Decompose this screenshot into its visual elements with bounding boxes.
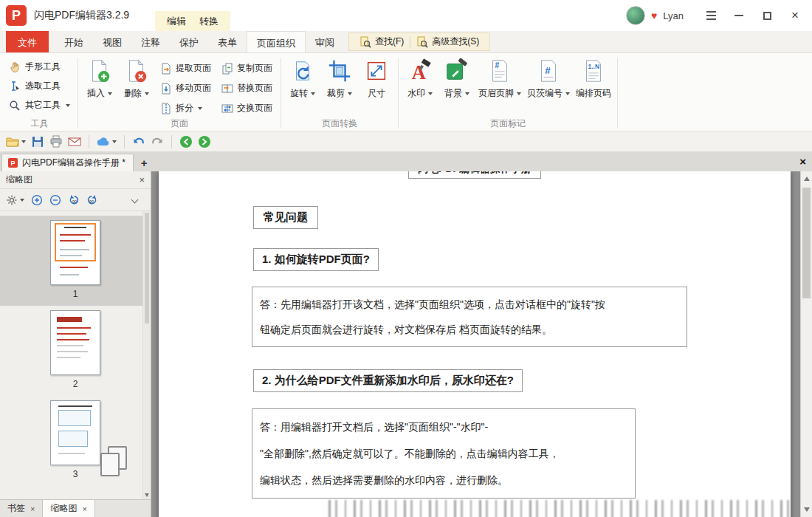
replace-pages-button[interactable]: 替换页面	[221, 82, 272, 95]
size-button[interactable]: 尺寸	[358, 55, 395, 100]
save-button[interactable]	[31, 135, 44, 148]
exchange-pages-button[interactable]: 交换页面	[221, 102, 272, 114]
undo-button[interactable]	[132, 135, 145, 148]
other-tools-button[interactable]: 其它工具	[9, 99, 70, 112]
page-size-icon	[364, 58, 389, 83]
tab-form[interactable]: 表单	[208, 31, 247, 52]
maximize-button[interactable]	[756, 6, 778, 25]
print-button[interactable]	[49, 135, 63, 148]
tab-home[interactable]: 开始	[55, 31, 93, 52]
extract-pages-button[interactable]: 提取页面	[160, 62, 211, 75]
menu-convert[interactable]: 转换	[195, 13, 223, 30]
thumbnail-row-1[interactable]: 1	[0, 216, 151, 306]
page-number: 1	[73, 289, 78, 299]
quick-access-toolbar	[0, 131, 812, 152]
thumbnail-row-2[interactable]: 2	[0, 306, 151, 396]
header-footer-button[interactable]: # 页眉页脚	[475, 55, 524, 100]
zoom-out-icon[interactable]	[49, 194, 61, 206]
bookmarks-tab[interactable]: 书签 ×	[0, 500, 43, 517]
page-number: 2	[73, 379, 78, 389]
split-button[interactable]: 拆分	[160, 102, 211, 114]
page-numbering-button[interactable]: 1..N 编排页码	[573, 55, 614, 100]
tab-review[interactable]: 审阅	[306, 31, 344, 52]
new-tab-button[interactable]: +	[137, 155, 151, 170]
crop-button[interactable]: 裁剪	[321, 55, 358, 100]
document-tab[interactable]: P 闪电PDF编辑器操作手册 *	[1, 154, 134, 171]
screen-artifact	[328, 500, 790, 517]
zoom-in-icon[interactable]	[31, 194, 43, 206]
ribbon: 手形工具 选取工具 其它工具 工具	[0, 53, 812, 131]
scroll-down-arrow-icon[interactable]	[145, 493, 149, 497]
app-logo-icon: P	[6, 5, 27, 26]
main-area: 缩略图 × 90 90	[0, 171, 812, 517]
user-avatar[interactable]	[626, 6, 645, 25]
back-button[interactable]	[179, 135, 193, 148]
page-number: 3	[73, 469, 78, 479]
cloud-button[interactable]	[97, 135, 117, 148]
scrollbar-thumb[interactable]	[802, 188, 811, 298]
rotate-right-90-icon[interactable]: 90	[86, 194, 98, 206]
titlebar: P 闪电PDF编辑器3.2.9 编辑 转换 ♥ Lyan ×	[0, 0, 812, 31]
open-file-button[interactable]	[6, 135, 26, 148]
select-tool-button[interactable]: 选取工具	[9, 80, 70, 92]
document-area[interactable]: 闪电PDF编辑器操作手册 常见问题 1. 如何旋转PDF页面? 答：先用编辑器打…	[151, 171, 812, 517]
vertical-scrollbar[interactable]	[800, 171, 812, 517]
close-icon[interactable]: ×	[82, 504, 86, 513]
close-icon[interactable]: ×	[30, 504, 35, 513]
user-name[interactable]: Lyan	[663, 10, 684, 21]
tab-comment[interactable]: 注释	[131, 31, 170, 52]
close-panel-button[interactable]: ×	[139, 174, 145, 185]
copy-pages-button[interactable]: 复制页面	[221, 62, 272, 75]
close-window-button[interactable]: ×	[784, 6, 806, 25]
advanced-find-button[interactable]: 高级查找(S)	[412, 34, 484, 49]
bates-number-button[interactable]: # 贝茨编号	[524, 55, 573, 100]
divider	[410, 36, 410, 48]
find-button[interactable]: 查找(F)	[355, 34, 408, 49]
window-menu-button[interactable]	[700, 6, 722, 25]
open-folder-icon	[6, 135, 19, 148]
rotate-left-90-icon[interactable]: 90	[68, 194, 80, 206]
thumbnail-toolbar: 90 90	[0, 189, 151, 211]
sidebar-scrollbar[interactable]	[142, 211, 151, 499]
watermark-button[interactable]: A 水印	[402, 55, 438, 100]
background-label: 背景	[444, 87, 462, 100]
email-icon	[68, 135, 81, 148]
scroll-up-arrow-icon[interactable]	[804, 177, 810, 181]
magnifier-icon	[9, 100, 21, 112]
transform-group-label: 页面转换	[322, 116, 357, 131]
pages-group-label: 页面	[171, 116, 188, 131]
document-tab-bar: P 闪电PDF编辑器操作手册 * + ×	[0, 152, 812, 171]
page-numbering-icon: 1..N	[581, 58, 606, 83]
thumbnail-options-button[interactable]	[6, 194, 24, 206]
pdf-file-icon: P	[8, 158, 18, 168]
bates-number-label: 贝茨编号	[527, 87, 562, 100]
collapse-toolbar-chevron-icon[interactable]	[131, 196, 139, 204]
tab-file[interactable]: 文件	[6, 31, 49, 52]
svg-text:90: 90	[72, 199, 77, 203]
background-button[interactable]: 背景	[438, 55, 475, 100]
hand-tool-button[interactable]: 手形工具	[9, 61, 70, 73]
tab-protect[interactable]: 保护	[170, 31, 208, 52]
chevron-down-icon	[108, 92, 112, 95]
rotate-button[interactable]: 旋转	[284, 55, 321, 100]
forward-button[interactable]	[198, 135, 211, 148]
menu-edit[interactable]: 编辑	[162, 13, 190, 30]
tab-page-organize[interactable]: 页面组织	[247, 31, 306, 52]
scrollbar-thumb[interactable]	[145, 213, 149, 323]
delete-pages-button[interactable]: 删除	[118, 55, 155, 100]
move-pages-button[interactable]: 移动页面	[160, 82, 211, 95]
redo-button[interactable]	[151, 135, 164, 148]
minimize-button[interactable]	[728, 6, 750, 25]
close-document-button[interactable]: ×	[799, 155, 806, 168]
chevron-down-icon	[198, 107, 202, 110]
divider	[89, 135, 89, 148]
scroll-down-arrow-icon[interactable]	[804, 507, 810, 512]
insert-pages-button[interactable]: 插入	[81, 55, 118, 100]
tab-view[interactable]: 视图	[93, 31, 131, 52]
svg-text:#: #	[545, 65, 551, 76]
email-button[interactable]	[68, 135, 81, 148]
thumbnails-tab[interactable]: 缩略图 ×	[43, 500, 94, 517]
insert-label: 插入	[87, 87, 105, 100]
question-1: 1. 如何旋转PDF页面?	[253, 248, 379, 271]
insert-page-icon	[87, 58, 112, 83]
